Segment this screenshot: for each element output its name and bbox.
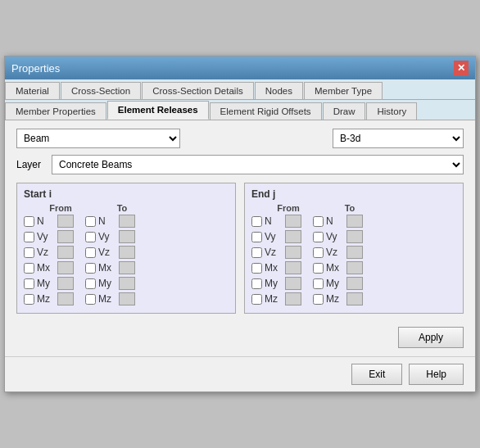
start-i-dof-Vy: Vy Vy xyxy=(24,230,229,243)
start-i-dof-Mz: Mz Mz xyxy=(24,292,229,305)
end-j-Mx-to-check[interactable] xyxy=(313,263,324,274)
end-j-Vz-from-check[interactable] xyxy=(251,247,262,258)
start-i-dof-Mx: Mx Mx xyxy=(24,261,229,274)
start-i-from-label: From xyxy=(40,203,79,213)
end-j-Vy-from-check[interactable] xyxy=(251,232,262,242)
tabs-row1: Material Cross-Section Cross-Section Det… xyxy=(5,79,475,100)
properties-window: Properties ✕ Material Cross-Section Cros… xyxy=(4,56,476,392)
title-bar: Properties ✕ xyxy=(5,57,475,79)
layer-row: Layer Concrete Beams xyxy=(16,155,464,174)
end-j-Mx-from-val[interactable] xyxy=(285,261,301,274)
tab-cross-section-details[interactable]: Cross-Section Details xyxy=(142,82,254,99)
start-i-N-to-val[interactable] xyxy=(119,215,135,228)
end-j-N-from-val[interactable] xyxy=(285,215,301,228)
start-i-Mz-to-val[interactable] xyxy=(119,292,135,305)
layer-label: Layer xyxy=(16,159,45,170)
end-j-title: End j xyxy=(251,188,456,200)
start-i-Vy-from-check[interactable] xyxy=(24,232,34,242)
end-j-Vz-to-check[interactable] xyxy=(313,247,324,258)
end-j-Mx-from-check[interactable] xyxy=(251,263,262,274)
end-j-from-label: From xyxy=(268,203,307,213)
start-i-My-to-check[interactable] xyxy=(85,278,96,289)
start-i-Vy-to-check[interactable] xyxy=(85,232,96,242)
end-j-Vy-from-val[interactable] xyxy=(285,230,301,243)
end-j-N-to-check[interactable] xyxy=(313,216,324,227)
end-j-dof-Vy: Vy Vy xyxy=(251,230,456,243)
panels-row: Start i From To N N Vy xyxy=(16,183,464,314)
end-j-Mz-from-val[interactable] xyxy=(285,292,301,305)
footer: Exit Help xyxy=(5,356,475,391)
tab-element-rigid-offsets[interactable]: Element Rigid Offsets xyxy=(210,102,322,120)
start-i-Vz-to-check[interactable] xyxy=(85,247,96,258)
start-i-Vy-from-val[interactable] xyxy=(57,230,74,243)
end-j-Vy-to-check[interactable] xyxy=(313,232,324,242)
end-j-Vz-from-val[interactable] xyxy=(285,246,301,259)
end-j-My-from-val[interactable] xyxy=(285,277,301,290)
start-i-Mz-from-val[interactable] xyxy=(57,292,74,305)
tab-member-properties[interactable]: Member Properties xyxy=(5,102,106,120)
end-j-Vy-to-val[interactable] xyxy=(346,230,363,243)
start-i-header: From To xyxy=(24,203,229,213)
end-j-dof-Mz: Mz Mz xyxy=(251,292,456,305)
end-j-to-label: To xyxy=(330,203,369,213)
end-j-Mx-to-val[interactable] xyxy=(346,261,363,274)
window-title: Properties xyxy=(11,62,60,75)
end-j-N-from-check[interactable] xyxy=(251,216,262,227)
end-j-panel: End j From To N N Vy xyxy=(244,183,464,314)
start-i-My-to-val[interactable] xyxy=(119,277,135,290)
selects-row: Beam B-3d xyxy=(16,129,464,148)
help-button[interactable]: Help xyxy=(409,364,464,385)
tab-element-releases[interactable]: Element Releases xyxy=(107,101,209,120)
start-i-Vy-to-val[interactable] xyxy=(119,230,135,243)
apply-row: Apply xyxy=(5,322,475,356)
end-j-header: From To xyxy=(251,203,456,213)
start-i-to-label: To xyxy=(102,203,142,213)
tab-nodes[interactable]: Nodes xyxy=(255,82,303,99)
start-i-My-from-check[interactable] xyxy=(24,278,34,289)
start-i-My-from-val[interactable] xyxy=(57,277,74,290)
end-j-dof-Vz: Vz Vz xyxy=(251,246,456,259)
start-i-Mx-to-check[interactable] xyxy=(85,263,96,274)
layer-select[interactable]: Concrete Beams xyxy=(52,155,464,174)
end-j-Mz-from-check[interactable] xyxy=(251,294,262,305)
content-area: Beam B-3d Layer Concrete Beams Start i F… xyxy=(5,120,475,322)
start-i-dof-N: N N xyxy=(24,215,229,228)
end-j-dof-N: N N xyxy=(251,215,456,228)
tab-member-type[interactable]: Member Type xyxy=(304,82,383,99)
start-i-N-from-val[interactable] xyxy=(57,215,74,228)
close-button[interactable]: ✕ xyxy=(454,61,469,75)
start-i-Mx-from-check[interactable] xyxy=(24,263,34,274)
start-i-Mx-from-val[interactable] xyxy=(57,261,74,274)
tabs-row2: Member Properties Element Releases Eleme… xyxy=(5,100,475,120)
end-j-N-to-val[interactable] xyxy=(346,215,363,228)
start-i-Vz-to-val[interactable] xyxy=(119,246,135,259)
end-j-Vz-to-val[interactable] xyxy=(346,246,363,259)
tab-material[interactable]: Material xyxy=(5,82,60,99)
start-i-dof-Vz: Vz Vz xyxy=(24,246,229,259)
end-j-dof-Mx: Mx Mx xyxy=(251,261,456,274)
start-i-Vz-from-check[interactable] xyxy=(24,247,34,258)
end-j-dof-My: My My xyxy=(251,277,456,290)
start-i-Mz-from-check[interactable] xyxy=(24,294,34,305)
end-j-Mz-to-check[interactable] xyxy=(313,294,324,305)
start-i-panel: Start i From To N N Vy xyxy=(16,183,236,314)
end-j-My-to-check[interactable] xyxy=(313,278,324,289)
start-i-Mx-to-val[interactable] xyxy=(119,261,135,274)
end-j-My-to-val[interactable] xyxy=(346,277,363,290)
exit-button[interactable]: Exit xyxy=(351,364,402,385)
start-i-Vz-from-val[interactable] xyxy=(57,246,74,259)
start-i-N-from-check[interactable] xyxy=(24,216,34,227)
end-j-Mz-to-val[interactable] xyxy=(346,292,363,305)
tab-cross-section[interactable]: Cross-Section xyxy=(61,82,141,99)
b3d-select[interactable]: B-3d xyxy=(333,129,464,148)
start-i-title: Start i xyxy=(24,188,229,200)
apply-button[interactable]: Apply xyxy=(398,327,464,348)
start-i-dof-My: My My xyxy=(24,277,229,290)
start-i-Mz-to-check[interactable] xyxy=(85,294,96,305)
tab-history[interactable]: History xyxy=(366,102,417,120)
beam-select[interactable]: Beam xyxy=(16,129,180,148)
start-i-N-to-check[interactable] xyxy=(85,216,96,227)
end-j-My-from-check[interactable] xyxy=(251,278,262,289)
tab-draw[interactable]: Draw xyxy=(323,102,366,120)
